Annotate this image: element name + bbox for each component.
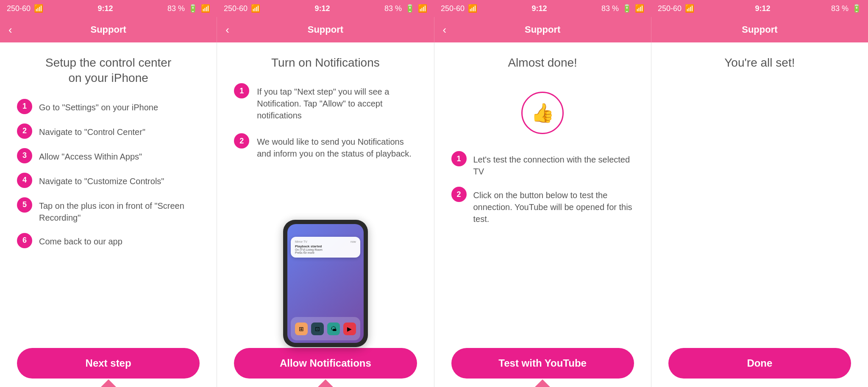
time-4: 9:12 <box>755 4 771 13</box>
nav-segment-2: ‹ Support <box>217 17 434 42</box>
all-set-content <box>668 83 851 348</box>
almost-done-step-text-2: Click on the button below to test the on… <box>473 187 634 225</box>
step-text-1: Go to "Settings" on your iPhone <box>39 99 158 113</box>
notif-step-number-2: 2 <box>234 133 249 149</box>
wifi-icon-2: 📶 <box>251 4 260 13</box>
step-number-4: 4 <box>17 173 32 188</box>
status-segment-4: 250-60 📶 9:12 83 % 🔋 <box>651 4 868 13</box>
panel-all-set: You're all set! Done <box>651 42 868 387</box>
notif-step-2: 2 We would like to send you Notification… <box>234 133 417 160</box>
steps-list-1: 1 Go to "Settings" on your iPhone 2 Navi… <box>17 99 200 348</box>
list-item: 1 Go to "Settings" on your iPhone <box>17 99 200 114</box>
panel1-title: Setup the control centeron your iPhone <box>17 55 200 86</box>
time-2: 9:12 <box>315 4 330 13</box>
wifi-icon-3: 📶 <box>468 4 477 13</box>
battery-2: 83 % <box>384 4 402 13</box>
back-button-1[interactable]: ‹ <box>8 23 12 36</box>
battery-icon-3: 🔋 <box>622 4 632 13</box>
step-number-3: 3 <box>17 148 32 163</box>
nav-segment-1: ‹ Support <box>0 17 217 42</box>
time-3: 9:12 <box>532 4 547 13</box>
panel-almost-done: Almost done! 👍 1 Let's test the connecti… <box>434 42 651 387</box>
nav-bar: ‹ Support ‹ Support ‹ Support Support <box>0 17 868 42</box>
step-number-5: 5 <box>17 197 32 213</box>
notif-step-number-1: 1 <box>234 83 249 98</box>
list-item: 2 Click on the button below to test the … <box>451 187 634 225</box>
back-button-3[interactable]: ‹ <box>443 23 447 36</box>
battery-1: 83 % <box>167 4 185 13</box>
triangle-indicator-1 <box>100 379 117 387</box>
step-text-4: Navigate to "Customize Controls" <box>39 173 164 187</box>
panel-setup-control-center: Setup the control centeron your iPhone 1… <box>0 42 217 387</box>
notification-steps: 1 If you tap "Next step" you will see a … <box>234 83 417 211</box>
step-number-6: 6 <box>17 233 32 248</box>
nav-segment-4: Support <box>651 17 868 42</box>
list-item: 5 Tap on the plus icon in front of "Scre… <box>17 197 200 224</box>
list-item: 4 Navigate to "Customize Controls" <box>17 173 200 188</box>
wifi-icon-4: 📶 <box>685 4 694 13</box>
back-button-2[interactable]: ‹ <box>225 23 229 36</box>
notif-title: Playback started <box>295 244 356 248</box>
panel-turn-on-notifications: Turn on Notifications 1 If you tap "Next… <box>217 42 434 387</box>
almost-done-step-number-1: 1 <box>451 151 467 166</box>
carrier-4: 250-60 <box>658 4 682 13</box>
notif-app-name: Mirror TV <box>295 240 307 243</box>
panel3-title: Almost done! <box>451 55 634 70</box>
wifi-icon-1: 📶 <box>34 4 43 13</box>
panel2-title: Turn on Notifications <box>234 55 417 70</box>
notif-time: now <box>351 240 356 243</box>
triangle-indicator-2 <box>317 379 334 387</box>
step-text-3: Allow "Access Within Apps" <box>39 148 142 163</box>
network-icon-1: 📶 <box>201 4 210 13</box>
test-youtube-button[interactable]: Test with YouTube <box>451 348 634 379</box>
phone-outer: Mirror TV now Playback started On [TV] L… <box>283 220 368 347</box>
triangle-indicator-3 <box>534 379 551 387</box>
steps-list-3: 1 Let's test the connection with the sel… <box>451 151 634 348</box>
dock-icon-3: 🌤 <box>327 322 340 335</box>
network-icon-3: 📶 <box>635 4 644 13</box>
step-number-1: 1 <box>17 99 32 114</box>
dock-icon-1: ⊞ <box>295 322 308 335</box>
phone-notification: Mirror TV now Playback started On [TV] L… <box>291 237 360 258</box>
notif-step-1: 1 If you tap "Next step" you will see a … <box>234 83 417 121</box>
battery-icon-4: 🔋 <box>852 4 861 13</box>
list-item: 1 Let's test the connection with the sel… <box>451 151 634 177</box>
panel4-title: You're all set! <box>668 55 851 70</box>
phone-dock: ⊞ ⊡ 🌤 ▶ <box>291 317 360 340</box>
phone-mockup: Mirror TV now Playback started On [TV] L… <box>234 220 417 348</box>
status-segment-2: 250-60 📶 9:12 83 % 🔋 📶 <box>217 4 434 13</box>
almost-done-step-number-2: 2 <box>451 187 467 202</box>
nav-title-3: Support <box>525 24 560 35</box>
nav-title-1: Support <box>90 24 126 35</box>
step-number-2: 2 <box>17 123 32 139</box>
notif-step-text-1: If you tap "Next step" you will see a No… <box>257 83 417 121</box>
step-text-6: Come back to our app <box>39 233 122 247</box>
nav-title-2: Support <box>308 24 343 35</box>
phone-screen: Mirror TV now Playback started On [TV] L… <box>287 224 364 343</box>
battery-icon-1: 🔋 <box>188 4 198 13</box>
carrier-2: 250-60 <box>224 4 248 13</box>
nav-title-4: Support <box>742 24 777 35</box>
step-text-5: Tap on the plus icon in front of "Screen… <box>39 197 200 224</box>
nav-segment-3: ‹ Support <box>434 17 651 42</box>
main-content: Setup the control centeron your iPhone 1… <box>0 42 868 387</box>
notif-body: On [TV] Living Room <box>295 248 356 251</box>
status-segment-1: 250-60 📶 9:12 83 % 🔋 📶 <box>0 4 217 13</box>
step-text-2: Navigate to "Control Center" <box>39 123 145 138</box>
thumbs-up-icon: 👍 <box>521 92 564 134</box>
done-button[interactable]: Done <box>668 348 851 379</box>
battery-4: 83 % <box>831 4 849 13</box>
dock-icon-4: ▶ <box>343 322 356 335</box>
battery-3: 83 % <box>601 4 619 13</box>
status-segment-3: 250-60 📶 9:12 83 % 🔋 📶 <box>434 4 651 13</box>
carrier-3: 250-60 <box>441 4 465 13</box>
allow-notifications-button[interactable]: Allow Notifications <box>234 348 417 379</box>
battery-icon-2: 🔋 <box>405 4 415 13</box>
next-step-button[interactable]: Next step <box>17 348 200 379</box>
dock-icon-2: ⊡ <box>311 322 324 335</box>
notif-step-text-2: We would like to send you Notifications … <box>257 133 417 160</box>
list-item: 3 Allow "Access Within Apps" <box>17 148 200 163</box>
list-item: 2 Navigate to "Control Center" <box>17 123 200 139</box>
list-item: 6 Come back to our app <box>17 233 200 248</box>
time-1: 9:12 <box>98 4 113 13</box>
